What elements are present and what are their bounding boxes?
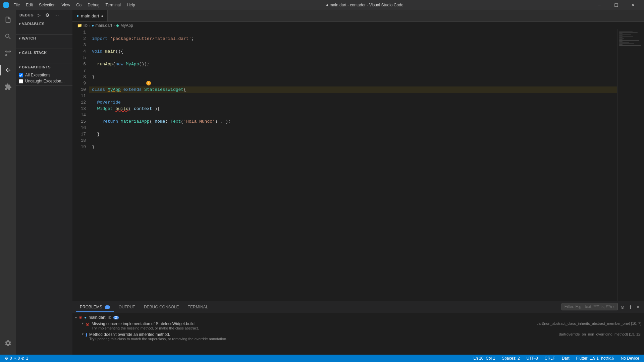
breadcrumb-lib[interactable]: 📁 lib <box>77 23 88 28</box>
problems-filter[interactable] <box>561 303 618 310</box>
error-x-icon: ⊗ <box>21 356 24 361</box>
tab-main-dart[interactable]: ● main.dart ● <box>72 10 108 21</box>
breakpoint-uncaught[interactable]: Uncaught Exception... <box>16 78 72 84</box>
class-icon: ◆ <box>116 23 119 28</box>
tab-terminal[interactable]: TERMINAL <box>184 303 212 312</box>
line-num-14: 14 <box>72 112 86 118</box>
call-stack-label: CALL STACK <box>22 51 47 55</box>
status-language[interactable]: Dart <box>560 356 571 361</box>
all-exceptions-checkbox[interactable] <box>19 73 23 77</box>
panel-close-button[interactable]: × <box>635 303 641 311</box>
settings-activity-icon[interactable] <box>0 335 16 351</box>
line-num-8: 8 <box>72 74 86 80</box>
close-button[interactable]: × <box>625 0 641 10</box>
code-editor[interactable]: 1 2 3 4 5 6 7 8 9 10 11 12 13 14 15 <box>72 29 644 301</box>
status-position[interactable]: Ln 10, Col 1 <box>472 356 496 361</box>
variables-header[interactable]: ▾ VARIABLES <box>16 20 72 27</box>
line-num-13: 13 <box>72 106 86 112</box>
problem-item-1[interactable]: ▾ ⊗ Missing concrete implementation of S… <box>72 320 644 331</box>
problem-group-main-dart[interactable]: ▾ ⊗ ● main.dart lib 2 <box>72 314 644 320</box>
variables-section: ▾ VARIABLES <box>16 20 72 35</box>
window-controls[interactable]: − □ × <box>592 0 641 10</box>
menu-file[interactable]: File <box>11 2 22 8</box>
menu-debug[interactable]: Debug <box>85 2 102 8</box>
line-num-4: 4 <box>72 48 86 55</box>
debug-more-button[interactable]: ⋯ <box>53 12 60 18</box>
code-line-2: import 'package:flutter/material.dart'; <box>89 36 617 42</box>
watch-header[interactable]: ▾ WATCH <box>16 35 72 42</box>
menu-go[interactable]: Go <box>73 2 84 8</box>
problem-2-source: dart(override_on_non_overriding_method) … <box>559 332 641 336</box>
status-line-ending[interactable]: CRLF <box>543 356 556 361</box>
panel-collapse-button[interactable]: ⬆ <box>627 303 634 311</box>
status-flutter-version[interactable]: Flutter: 1.9.1+hotfix.6 <box>575 356 615 361</box>
variables-label: VARIABLES <box>22 22 45 26</box>
line-numbers: 1 2 3 4 5 6 7 8 9 10 11 12 13 14 15 <box>72 29 89 301</box>
line-num-17: 17 <box>72 131 86 137</box>
warning-indicator: ! <box>146 81 151 85</box>
problem-item-2[interactable]: ▾ ℹ Method doesn't override an inherited… <box>72 331 644 342</box>
uncaught-checkbox[interactable] <box>19 79 23 83</box>
debug-toolbar: DEBUG ▷ ⚙ ⋯ <box>16 10 72 20</box>
breadcrumb-file-label: main.dart <box>95 23 112 28</box>
breakpoint-all-exceptions[interactable]: All Exceptions <box>16 72 72 78</box>
tab-debug-console[interactable]: DEBUG CONSOLE <box>140 303 183 312</box>
line-num-11: 11 <box>72 93 86 99</box>
tab-filename: main.dart <box>81 13 99 18</box>
group-chevron-icon: ▾ <box>75 316 77 319</box>
tab-problems[interactable]: PROBLEMS 2 <box>76 303 114 312</box>
code-line-5 <box>89 55 617 61</box>
menu-bar[interactable]: File Edit Selection View Go Debug Termin… <box>11 2 138 8</box>
warning-triangle-icon: △ <box>13 356 16 361</box>
menu-selection[interactable]: Selection <box>36 2 58 8</box>
status-device[interactable]: No Device <box>620 356 641 361</box>
tab-output[interactable]: OUTPUT <box>115 303 139 312</box>
terminal-label: TERMINAL <box>188 305 208 309</box>
search-activity-icon[interactable] <box>0 28 16 45</box>
line-num-7: 7 <box>72 67 86 74</box>
variables-chevron-icon: ▾ <box>19 22 21 26</box>
source-control-activity-icon[interactable] <box>0 45 16 61</box>
status-debug-info[interactable]: ⚙ 0 △ 0 ⊗ 1 <box>3 356 30 361</box>
code-line-19: } <box>89 144 617 150</box>
problems-label: PROBLEMS <box>80 305 102 309</box>
critical-count: 1 <box>26 356 28 361</box>
bottom-panel: PROBLEMS 2 OUTPUT DEBUG CONSOLE TERMINAL <box>72 301 644 355</box>
menu-edit[interactable]: Edit <box>23 2 36 8</box>
watch-content <box>16 42 72 49</box>
breakpoints-header[interactable]: ▾ BREAKPOINTS <box>16 63 72 71</box>
problem-2-detail: Try updating this class to match the sup… <box>89 337 557 341</box>
minimap-line <box>619 33 623 34</box>
code-line-16 <box>89 125 617 131</box>
code-line-13: Widget build( context ){ <box>89 106 617 112</box>
editor-area: ● main.dart ● 📁 lib › ● main.dart › ◆ My… <box>72 10 644 355</box>
maximize-button[interactable]: □ <box>608 0 624 10</box>
line-ending-label: CRLF <box>545 356 555 361</box>
language-label: Dart <box>562 356 570 361</box>
breadcrumb-file[interactable]: ● main.dart <box>92 23 112 28</box>
code-content[interactable]: import 'package:flutter/material.dart'; … <box>89 29 617 301</box>
error-group-icon: ⊗ <box>79 315 82 320</box>
status-spaces[interactable]: Spaces: 2 <box>500 356 521 361</box>
watch-label: WATCH <box>22 36 36 40</box>
status-encoding[interactable]: UTF-8 <box>525 356 539 361</box>
uncaught-label: Uncaught Exception... <box>25 79 64 83</box>
minimize-button[interactable]: − <box>592 0 607 10</box>
explorer-icon[interactable] <box>0 12 16 28</box>
extensions-activity-icon[interactable] <box>0 79 16 95</box>
debug-settings-button[interactable]: ⚙ <box>44 12 51 18</box>
call-stack-header[interactable]: ▾ CALL STACK <box>16 49 72 56</box>
debug-activity-icon[interactable] <box>0 62 16 78</box>
code-line-9: ! <box>89 80 617 86</box>
menu-terminal[interactable]: Terminal <box>103 2 123 8</box>
code-line-18 <box>89 137 617 144</box>
menu-help[interactable]: Help <box>124 2 138 8</box>
menu-view[interactable]: View <box>59 2 73 8</box>
debug-run-button[interactable]: ▷ <box>36 12 42 18</box>
breadcrumb: 📁 lib › ● main.dart › ◆ MyApp <box>72 22 644 29</box>
breadcrumb-class-label: MyApp <box>120 23 133 28</box>
panel-clear-button[interactable]: ⊘ <box>619 303 626 311</box>
breadcrumb-class[interactable]: ◆ MyApp <box>116 23 133 28</box>
minimap-line <box>619 37 623 38</box>
minimap-line <box>619 44 623 45</box>
